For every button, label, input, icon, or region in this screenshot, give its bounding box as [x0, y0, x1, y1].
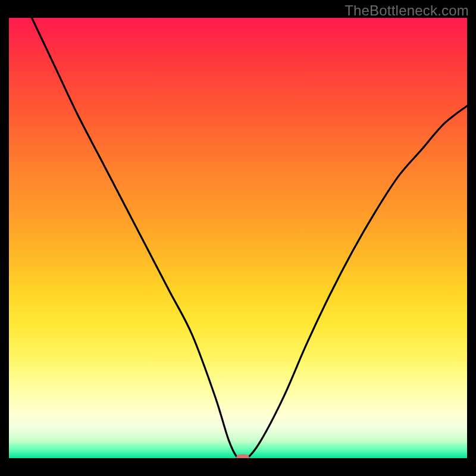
curve-path: [32, 18, 468, 461]
bottom-border: [9, 458, 467, 467]
bottleneck-curve: [9, 18, 467, 458]
chart-frame: TheBottleneck.com: [0, 0, 476, 476]
watermark-text: TheBottleneck.com: [345, 2, 469, 19]
plot-area: [9, 18, 467, 458]
